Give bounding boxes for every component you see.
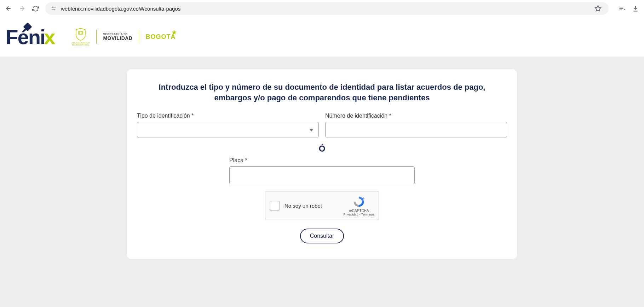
svg-marker-5 [362, 197, 364, 199]
or-separator: Ó [137, 144, 507, 154]
recaptcha-links: Privacidad - Términos [344, 213, 374, 216]
recaptcha-label: No soy un robot [284, 203, 344, 209]
recaptcha-widget: No soy un robot reCAPTCHA Privacidad - T… [265, 191, 379, 220]
back-button[interactable] [3, 3, 14, 14]
bogota-text: BOGOTÁ [145, 33, 176, 40]
downloads-icon[interactable] [630, 3, 641, 14]
movilidad-main: MOVILIDAD [103, 36, 132, 41]
bookmark-star-icon[interactable] [592, 3, 604, 14]
card-title: Introduzca el tipo y número de su docume… [137, 82, 507, 103]
svg-point-1 [54, 9, 56, 10]
svg-point-4 [80, 32, 82, 34]
fenix-logo: Fénix [6, 25, 55, 49]
bogota-logo: ★ BOGOTÁ [145, 33, 176, 41]
page-header: Fénix ALCALDÍA MAYOR DE BOGOTÁ D.C. SECR… [0, 17, 644, 57]
movilidad-logo: SECRETARÍA DE MOVILIDAD [103, 33, 132, 41]
logo-divider-2 [139, 30, 139, 44]
url-text: webfenix.movilidadbogota.gov.co/#/consul… [61, 6, 589, 12]
recaptcha-terms-link[interactable]: Términos [361, 213, 374, 216]
tipo-identificacion-label: Tipo de identificación * [137, 113, 319, 119]
recaptcha-privacy-link[interactable]: Privacidad [344, 213, 358, 216]
tipo-identificacion-select[interactable] [137, 122, 319, 137]
site-settings-icon[interactable] [50, 5, 57, 12]
alcaldia-shield-icon: ALCALDÍA MAYOR DE BOGOTÁ D.C. [72, 28, 90, 46]
partner-logos: ALCALDÍA MAYOR DE BOGOTÁ D.C. SECRETARÍA… [72, 28, 176, 46]
placa-input[interactable] [229, 166, 415, 184]
svg-marker-2 [595, 6, 601, 11]
address-bar[interactable]: webfenix.movilidadbogota.gov.co/#/consul… [45, 2, 609, 15]
svg-point-0 [52, 7, 53, 8]
recaptcha-icon [352, 195, 365, 208]
numero-identificacion-label: Número de identificación * [325, 113, 507, 119]
reload-button[interactable] [30, 3, 41, 14]
browser-toolbar: webfenix.movilidadbogota.gov.co/#/consul… [0, 0, 644, 17]
shield-text-2: DE BOGOTÁ D.C. [72, 44, 90, 46]
logo-text-x: x [44, 25, 54, 49]
recaptcha-checkbox[interactable] [270, 201, 280, 211]
main-content: Introduzca el tipo y número de su docume… [0, 57, 644, 259]
placa-label: Placa * [229, 157, 415, 164]
playlist-icon[interactable] [616, 3, 628, 14]
form-card: Introduzca el tipo y número de su docume… [127, 69, 517, 259]
forward-button[interactable] [16, 3, 28, 14]
consultar-button[interactable]: Consultar [300, 229, 344, 243]
numero-identificacion-input[interactable] [325, 122, 507, 137]
logo-divider [96, 30, 97, 44]
bogota-star-icon: ★ [172, 29, 177, 36]
recaptcha-brand: reCAPTCHA [349, 209, 369, 213]
